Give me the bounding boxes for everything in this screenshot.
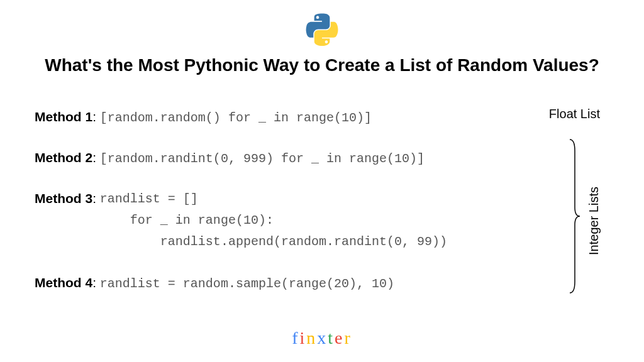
integer-lists-annotation: Integer Lists	[587, 187, 601, 255]
brand-letter: e	[335, 328, 344, 348]
method-code: randlist = random.sample(range(20), 10)	[100, 277, 394, 291]
method-label: Method 3	[35, 191, 92, 206]
colon: :	[92, 109, 100, 124]
method-label: Method 2	[35, 150, 92, 165]
brand-letter: f	[292, 328, 299, 348]
colon: :	[92, 191, 100, 206]
float-list-annotation: Float List	[549, 107, 600, 121]
finxter-brand: finxter	[292, 328, 352, 348]
method-code: [random.random() for _ in range(10)]	[100, 111, 372, 125]
brand-letter: i	[300, 328, 307, 348]
brand-letter: n	[306, 328, 317, 348]
method-row: Method 2: [random.randint(0, 999) for _ …	[35, 148, 544, 168]
python-logo-icon	[305, 13, 339, 47]
method-row: Method 3: randlist = [] for _ in range(1…	[35, 189, 544, 253]
method-row: Method 4: randlist = random.sample(range…	[35, 273, 544, 293]
page-title: What's the Most Pythonic Way to Create a…	[0, 55, 644, 75]
brand-letter: t	[328, 328, 335, 348]
colon: :	[92, 150, 100, 165]
method-code: randlist = [] for _ in range(10): randli…	[100, 189, 447, 253]
method-label: Method 4	[35, 275, 92, 290]
brand-letter: r	[345, 328, 352, 348]
brand-letter: x	[317, 328, 328, 348]
method-code: [random.randint(0, 999) for _ in range(1…	[100, 151, 425, 166]
methods-list: Method 1: [random.random() for _ in rang…	[35, 107, 544, 314]
brace-icon	[569, 138, 581, 294]
method-label: Method 1	[35, 109, 92, 124]
method-row: Method 1: [random.random() for _ in rang…	[35, 107, 544, 128]
colon: :	[92, 275, 100, 290]
